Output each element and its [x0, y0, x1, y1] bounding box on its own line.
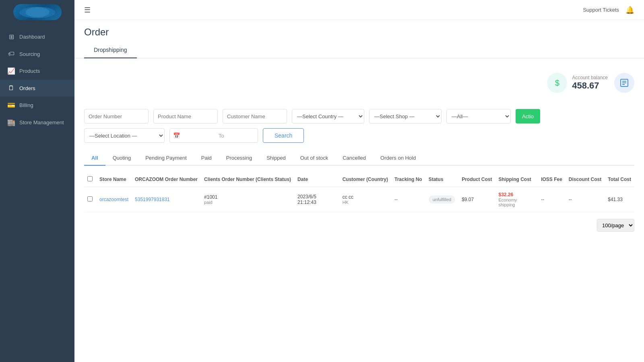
products-icon: 📈 [7, 67, 15, 75]
notifications-icon[interactable]: 🔔 [625, 6, 634, 14]
table-row: orcazoomtest 5351997931831 #1001 paid 20… [84, 187, 634, 212]
row-shipping-cost: $32.26 Economy shipping [495, 187, 538, 212]
support-tickets-link[interactable]: Support Tickets [583, 7, 619, 13]
date-to-label: To [219, 133, 224, 139]
sidebar-item-label: Store Management [19, 119, 64, 125]
balance-label: Account balance [572, 75, 608, 80]
status-tabs: All Quoting Pending Payment Paid Process… [84, 151, 634, 166]
topbar-left: ☰ [84, 6, 91, 14]
store-management-icon: 🏬 [7, 119, 15, 126]
status-tab-orders-on-hold[interactable]: Orders on Hold [373, 151, 423, 165]
filters-row2: —Select Location — 📅 To Search [84, 128, 634, 143]
row-discount-cost: -- [566, 187, 605, 212]
col-ioss-fee: IOSS Fee [538, 172, 566, 187]
sidebar-item-sourcing[interactable]: 🏷 Sourcing [0, 45, 74, 62]
row-checkbox[interactable] [87, 196, 93, 202]
row-customer: cc cc HK [339, 187, 391, 212]
clients-status: paid [204, 200, 291, 205]
col-shipping-cost: Shipping Cost [495, 172, 538, 187]
date-from-input[interactable] [183, 133, 215, 139]
status-tab-pending-payment[interactable]: Pending Payment [138, 151, 194, 165]
customer-name: cc cc [343, 194, 388, 200]
status-tab-processing[interactable]: Processing [219, 151, 259, 165]
svg-point-1 [25, 8, 50, 16]
sourcing-icon: 🏷 [7, 50, 15, 58]
topbar-right: Support Tickets 🔔 [583, 6, 634, 14]
topbar: ☰ Support Tickets 🔔 [74, 0, 644, 20]
store-name-link[interactable]: orcazoomtest [99, 197, 128, 202]
tab-dropshipping[interactable]: Dropshipping [84, 42, 137, 58]
col-clients-order: Clients Order Number (Clients Status) [201, 172, 294, 187]
main-tabs: Dropshipping [74, 42, 644, 58]
sidebar-item-store-management[interactable]: 🏬 Store Management [0, 114, 74, 131]
order-number-link[interactable]: 5351997931831 [135, 197, 170, 202]
status-tab-cancelled[interactable]: Cancelled [335, 151, 373, 165]
date-to-input[interactable] [227, 133, 260, 139]
col-discount-cost: Discount Cost [566, 172, 605, 187]
logo-image [13, 4, 62, 20]
sidebar-nav: ⊞ Dashboard 🏷 Sourcing 📈 Products 🗒 Orde… [0, 24, 74, 362]
svg-point-2 [29, 9, 45, 14]
row-order-number: 5351997931831 [132, 187, 201, 212]
billing-icon: 💳 [7, 101, 15, 109]
col-tracking: Tracking No [391, 172, 425, 187]
row-store-name: orcazoomtest [96, 187, 132, 212]
sidebar-item-label: Products [19, 68, 40, 74]
pagination-row: 100/page [84, 212, 634, 238]
status-tab-shipped[interactable]: Shipped [259, 151, 293, 165]
balance-info: Account balance 458.67 [572, 75, 608, 91]
dashboard-icon: ⊞ [7, 33, 15, 41]
sidebar-item-label: Sourcing [19, 51, 40, 57]
table-header-checkbox [84, 172, 96, 187]
date-range: 📅 To [169, 128, 258, 143]
balance-card: $ Account balance 458.67 [547, 73, 608, 93]
shop-select[interactable]: —Select Shop — [369, 109, 442, 123]
page-title: Order [84, 27, 634, 38]
shipping-method-label: Economy shipping [499, 197, 535, 207]
sidebar-item-billing[interactable]: 💳 Billing [0, 97, 74, 114]
country-select[interactable]: —Select Country — [292, 109, 364, 123]
status-badge: unfulfilled [429, 195, 455, 204]
balance-dollar-icon: $ [547, 73, 567, 93]
col-customer: Customer (Country) [339, 172, 391, 187]
customer-country: HK [343, 200, 388, 205]
col-total-cost: Total Cost [605, 172, 634, 187]
row-product-cost: $9.07 [458, 187, 495, 212]
col-status: Status [425, 172, 458, 187]
all-select[interactable]: —All— [446, 109, 511, 123]
order-number-input[interactable] [84, 109, 149, 123]
report-icon[interactable] [614, 73, 634, 93]
status-tab-all[interactable]: All [84, 151, 105, 165]
sidebar-item-label: Billing [19, 102, 33, 108]
filters-row1: —Select Country — —Select Shop — —All— A… [84, 109, 634, 123]
product-name-input[interactable] [153, 109, 218, 123]
balance-amount: 458.67 [572, 80, 608, 91]
sidebar-item-orders[interactable]: 🗒 Orders [0, 80, 74, 97]
row-date: 2023/6/5 21:12:43 [294, 187, 339, 212]
row-status: unfulfilled [425, 187, 458, 212]
page-size-select[interactable]: 100/page [597, 219, 634, 232]
col-order-number: ORCAZOOM Order Number [132, 172, 201, 187]
content-area: $ Account balance 458.67 [74, 58, 644, 362]
search-button[interactable]: Search [263, 128, 304, 143]
row-clients-order: #1001 paid [201, 187, 294, 212]
status-tab-quoting[interactable]: Quoting [105, 151, 138, 165]
sidebar: ⊞ Dashboard 🏷 Sourcing 📈 Products 🗒 Orde… [0, 0, 74, 362]
row-tracking-no: -- [391, 187, 425, 212]
page-header: Order [74, 20, 644, 42]
select-all-checkbox[interactable] [87, 176, 93, 181]
svg-marker-3 [25, 12, 50, 16]
col-product-cost: Product Cost [458, 172, 495, 187]
sidebar-item-products[interactable]: 📈 Products [0, 62, 74, 80]
menu-toggle-icon[interactable]: ☰ [84, 6, 91, 14]
sidebar-item-label: Dashboard [19, 34, 45, 40]
status-tab-out-of-stock[interactable]: Out of stock [293, 151, 335, 165]
location-select[interactable]: —Select Location — [84, 128, 165, 143]
row-total-cost: $41.33 [605, 187, 634, 212]
sidebar-logo [0, 0, 74, 24]
status-tab-paid[interactable]: Paid [194, 151, 219, 165]
customer-name-input[interactable] [223, 109, 287, 123]
col-date: Date [294, 172, 339, 187]
action-button[interactable]: Actio [516, 109, 540, 123]
sidebar-item-dashboard[interactable]: ⊞ Dashboard [0, 28, 74, 45]
